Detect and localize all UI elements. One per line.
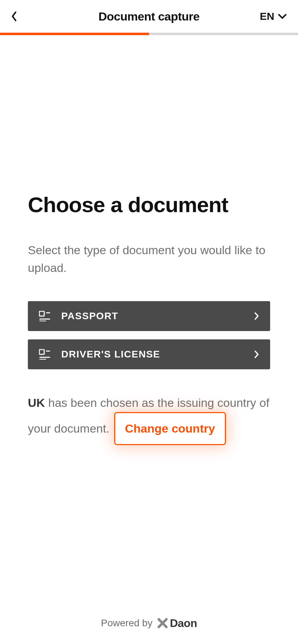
back-button[interactable] xyxy=(11,11,46,22)
svg-rect-5 xyxy=(46,351,50,352)
change-country-link[interactable]: Change country xyxy=(114,412,226,445)
progress-bar xyxy=(0,33,298,35)
footer: Powered by Daon xyxy=(0,602,298,644)
heading: Choose a document xyxy=(28,192,270,217)
chevron-right-icon xyxy=(254,350,259,359)
option-label: DRIVER'S LICENSE xyxy=(61,349,254,360)
option-passport[interactable]: PASSPORT xyxy=(28,301,270,331)
svg-rect-0 xyxy=(39,311,44,316)
progress-fill xyxy=(0,33,149,35)
app-header: Document capture EN xyxy=(0,0,298,33)
option-label: PASSPORT xyxy=(61,311,254,322)
brand-logo: Daon xyxy=(157,617,197,630)
main-content: Choose a document Select the type of doc… xyxy=(0,35,298,602)
chevron-down-icon xyxy=(278,14,287,19)
brand-name: Daon xyxy=(170,617,197,630)
svg-rect-7 xyxy=(39,359,46,360)
language-selector[interactable]: EN xyxy=(252,10,287,22)
x-icon xyxy=(157,618,168,628)
svg-rect-2 xyxy=(39,319,50,320)
page-title: Document capture xyxy=(46,10,252,23)
country-code: UK xyxy=(28,396,45,409)
id-icon xyxy=(39,311,53,321)
chevron-left-icon xyxy=(11,11,17,22)
country-note: UK has been chosen as the issuing countr… xyxy=(28,394,270,445)
id-icon xyxy=(39,349,53,360)
svg-rect-6 xyxy=(39,357,50,358)
chevron-right-icon xyxy=(254,312,259,320)
svg-rect-3 xyxy=(39,321,46,321)
svg-rect-4 xyxy=(39,349,44,354)
svg-rect-1 xyxy=(46,312,50,313)
powered-by-label: Powered by xyxy=(101,618,152,629)
description: Select the type of document you would li… xyxy=(28,241,270,277)
option-drivers-license[interactable]: DRIVER'S LICENSE xyxy=(28,339,270,369)
language-code: EN xyxy=(260,10,274,22)
document-options: PASSPORT DRIVER'S LICENSE xyxy=(28,301,270,369)
